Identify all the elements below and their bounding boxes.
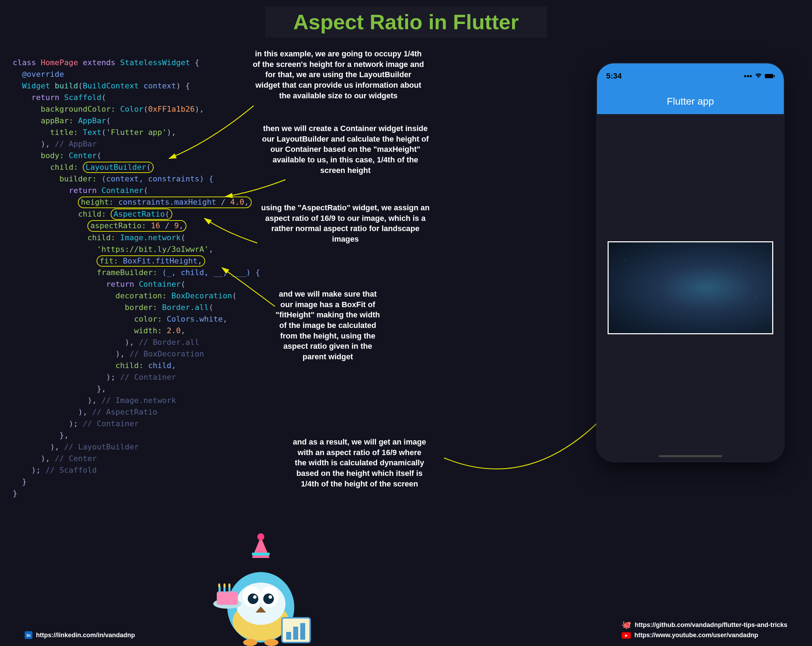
result-image: [607, 241, 773, 334]
annotation-1: in this example, we are going to occupy …: [240, 49, 437, 101]
phone-appbar: Flutter app: [597, 89, 784, 114]
annotation-5: and as a result, we will get an imagewit…: [278, 437, 441, 489]
highlight-ratio: aspectRatio: 16 / 9,: [87, 220, 186, 232]
svg-rect-4: [252, 553, 270, 556]
signal-icon: ▪▪▪: [744, 72, 752, 81]
phone-body: [597, 114, 784, 462]
github-url: https://github.com/vandadnp/flutter-tips…: [635, 622, 787, 629]
linkedin-icon: in: [25, 631, 32, 639]
youtube-url: https://www.youtube.com/user/vandadnp: [634, 632, 758, 639]
svg-point-3: [257, 533, 264, 540]
svg-rect-16: [217, 591, 238, 605]
svg-point-22: [228, 583, 230, 588]
svg-point-27: [243, 639, 257, 646]
annotation-2: then we will create a Container widget i…: [247, 123, 444, 175]
home-indicator: [659, 455, 722, 457]
svg-point-28: [264, 639, 278, 646]
svg-point-10: [248, 594, 258, 604]
linkedin-url: https://linkedin.com/in/vandadnp: [36, 632, 135, 639]
page-title: Aspect Ratio in Flutter: [265, 6, 547, 38]
annotation-4: and we will make sure thatour image has …: [272, 289, 384, 362]
youtube-link[interactable]: ▶ https://www.youtube.com/user/vandadnp: [622, 632, 787, 639]
highlight-aspectratio: AspectRatio(: [111, 209, 172, 220]
appbar-title: Flutter app: [667, 96, 714, 107]
wifi-icon: [755, 72, 762, 81]
highlight-layoutbuilder: LayoutBuilder(: [83, 162, 154, 173]
svg-point-20: [218, 583, 220, 588]
svg-point-11: [263, 594, 274, 604]
phone-mockup: 5:34 ▪▪▪ Flutter app: [597, 63, 784, 462]
svg-point-21: [223, 583, 226, 588]
code-snippet: class HomePage extends StatelessWidget {…: [13, 45, 260, 499]
highlight-boxfit: fit: BoxFit.fitHeight,: [96, 255, 205, 267]
svg-rect-0: [765, 74, 773, 78]
footer-links: in https://linkedin.com/in/vandadnp 🐙 ht…: [25, 618, 787, 639]
svg-rect-1: [774, 75, 775, 77]
svg-point-13: [269, 595, 272, 599]
youtube-icon: ▶: [622, 632, 631, 638]
statusbar-time: 5:34: [606, 72, 622, 81]
github-link[interactable]: 🐙 https://github.com/vandadnp/flutter-ti…: [622, 620, 787, 629]
highlight-height: height: constraints.maxHeight / 4.0,: [78, 197, 252, 208]
linkedin-link[interactable]: in https://linkedin.com/in/vandadnp: [25, 631, 135, 639]
github-icon: 🐙: [622, 620, 631, 629]
phone-statusbar: 5:34 ▪▪▪: [597, 63, 784, 89]
annotation-3: using the "AspectRatio" widget, we assig…: [247, 203, 444, 244]
svg-point-12: [253, 595, 256, 599]
battery-icon: [765, 72, 775, 81]
